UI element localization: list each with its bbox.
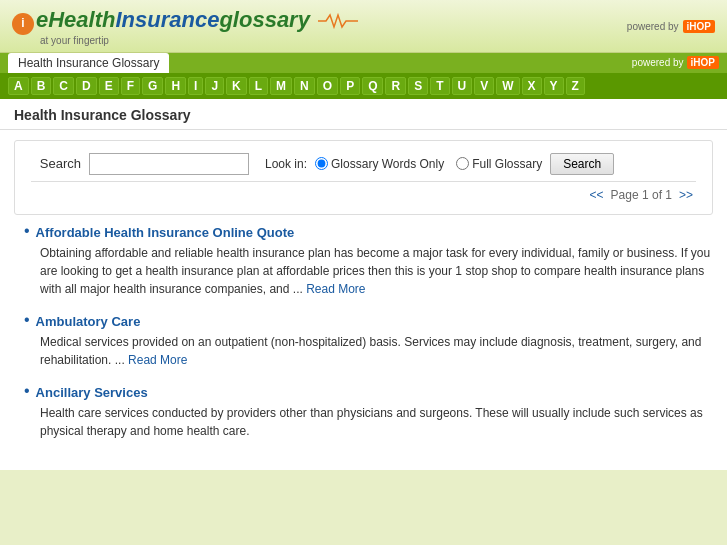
alpha-link-l[interactable]: L [249,77,268,95]
pagination-next[interactable]: >> [679,188,693,202]
nav-tab-glossary[interactable]: Health Insurance Glossary [8,53,169,73]
alpha-link-r[interactable]: R [385,77,406,95]
radio-glossary-words[interactable]: Glossary Words Only [315,157,444,171]
alpha-link-y[interactable]: Y [544,77,564,95]
alpha-link-k[interactable]: K [226,77,247,95]
alpha-link-t[interactable]: T [430,77,449,95]
powered-by-badge: iHOP [683,20,715,33]
logo-area: ieHealthInsuranceglossary at your finger… [12,8,358,46]
powered-by-header: powered by iHOP [627,20,715,33]
alpha-link-g[interactable]: G [142,77,163,95]
alpha-link-v[interactable]: V [474,77,494,95]
alpha-link-h[interactable]: H [165,77,186,95]
result-title[interactable]: Affordable Health Insurance Online Quote [36,225,295,240]
alpha-link-o[interactable]: O [317,77,338,95]
result-item: •Ancillary ServicesHealth care services … [14,385,713,440]
alpha-link-p[interactable]: P [340,77,360,95]
read-more-link[interactable]: Read More [306,282,365,296]
alpha-link-x[interactable]: X [522,77,542,95]
bullet-dot: • [24,312,30,328]
powered-by-right-label: powered by [632,57,684,68]
radio-group: Glossary Words Only Full Glossary [315,157,542,171]
radio-glossary-input[interactable] [315,157,328,170]
radio-full-input[interactable] [456,157,469,170]
logo-tagline: at your fingertip [40,35,109,46]
results-area: •Affordable Health Insurance Online Quot… [0,225,727,470]
alpha-link-e[interactable]: E [99,77,119,95]
alpha-link-a[interactable]: A [8,77,29,95]
main-container: Health Insurance Glossary Search Look in… [0,99,727,470]
search-area: Search Look in: Glossary Words Only Full… [14,140,713,215]
result-item: •Ambulatory CareMedical services provide… [14,314,713,369]
result-title[interactable]: Ambulatory Care [36,314,141,329]
result-body: Medical services provided on an outpatie… [40,333,713,369]
alpha-link-i[interactable]: I [188,77,203,95]
pagination-row: << Page 1 of 1 >> [31,181,696,202]
result-body: Health care services conducted by provid… [40,404,713,440]
search-row: Search Look in: Glossary Words Only Full… [31,153,696,175]
bullet-dot: • [24,223,30,239]
pulse-icon [318,12,358,30]
powered-by-label: powered by [627,21,679,32]
alpha-link-w[interactable]: W [496,77,519,95]
alpha-link-m[interactable]: M [270,77,292,95]
page-title-bar: Health Insurance Glossary [0,99,727,130]
alpha-link-u[interactable]: U [452,77,473,95]
alpha-link-j[interactable]: J [205,77,224,95]
alpha-link-f[interactable]: F [121,77,140,95]
ellipsis: ... [115,353,128,367]
result-bullet-row: •Ancillary Services [24,385,713,400]
logo-insurance: Insurance [115,7,219,32]
result-item: •Affordable Health Insurance Online Quot… [14,225,713,298]
read-more-link[interactable]: Read More [128,353,187,367]
logo-icon: i [12,13,34,35]
search-button[interactable]: Search [550,153,614,175]
nav-tabs: Health Insurance Glossary powered by iHO… [0,53,727,73]
look-in-label: Look in: [265,157,307,171]
logo-text: ieHealthInsuranceglossary [12,8,358,35]
alpha-link-z[interactable]: Z [566,77,585,95]
ellipsis: ... [293,282,306,296]
search-label: Search [31,156,81,171]
header: ieHealthInsuranceglossary at your finger… [0,0,727,53]
search-input[interactable] [89,153,249,175]
alpha-link-q[interactable]: Q [362,77,383,95]
radio-full-label: Full Glossary [472,157,542,171]
radio-full-glossary[interactable]: Full Glossary [456,157,542,171]
alpha-link-s[interactable]: S [408,77,428,95]
result-bullet-row: •Affordable Health Insurance Online Quot… [24,225,713,240]
result-title[interactable]: Ancillary Services [36,385,148,400]
pagination-text: Page 1 of 1 [611,188,672,202]
powered-by-right-badge: iHOP [687,56,719,69]
alpha-nav: ABCDEFGHIJKLMNOPQRSTUVWXYZ [0,73,727,99]
alpha-link-n[interactable]: N [294,77,315,95]
logo-glossary-text: glossary [219,7,310,32]
alpha-link-c[interactable]: C [53,77,74,95]
powered-by-right: powered by iHOP [632,56,719,73]
pagination-prev[interactable]: << [590,188,604,202]
bullet-dot: • [24,383,30,399]
radio-glossary-label: Glossary Words Only [331,157,444,171]
alpha-link-b[interactable]: B [31,77,52,95]
logo-ehealth: eHealth [36,7,115,32]
alpha-link-d[interactable]: D [76,77,97,95]
page-title: Health Insurance Glossary [14,107,191,123]
result-body: Obtaining affordable and reliable health… [40,244,713,298]
result-bullet-row: •Ambulatory Care [24,314,713,329]
